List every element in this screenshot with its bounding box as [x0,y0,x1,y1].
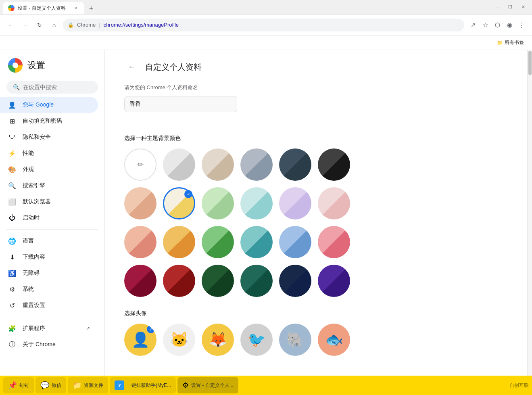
sidebar-label-startup: 启动时 [23,214,40,222]
bookmark-button[interactable]: ☆ [480,19,491,31]
color-option-19[interactable] [163,265,195,297]
close-button[interactable]: ✕ [517,3,529,11]
search-input[interactable] [23,84,92,90]
active-tab[interactable]: 设置 - 自定义个人资料 × [3,2,84,14]
sidebar-item-system[interactable]: ⚙系统 [0,281,98,297]
extension-button[interactable]: ⬡ [492,19,503,31]
sidebar-item-startup[interactable]: ⏻启动时 [0,210,98,226]
color-option-6[interactable] [124,187,156,219]
sidebar-item-performance[interactable]: ⚡性能 [0,145,98,161]
color-option-13[interactable] [163,226,195,258]
scrollbar-area [527,50,532,376]
color-option-18[interactable] [124,265,156,297]
color-option-9[interactable] [240,187,273,219]
color-option-23[interactable] [318,265,350,297]
sidebar-label-downloads: 下载内容 [23,253,45,261]
back-button[interactable]: ← [5,19,16,31]
taskbar-item-pin[interactable]: 📌钉钉 [3,377,34,393]
taskbar-item-wechat[interactable]: 💬微信 [35,377,66,393]
color-custom[interactable]: ✏ [124,148,156,181]
sidebar-icon-extensions: 🧩 [8,324,16,332]
new-tab-button[interactable]: + [86,3,97,14]
share-button[interactable]: ↗ [467,19,479,31]
avatar-option-5[interactable]: 🐟 [318,324,350,356]
taskbar-item-files[interactable]: 📁资源文件 [68,377,108,393]
sidebar-item-language[interactable]: 🌐语言 [0,233,98,249]
taskbar-label-files: 资源文件 [84,382,103,389]
color-option-4[interactable] [279,148,311,181]
avatar-option-0[interactable]: 👤 [124,324,156,356]
sidebar-item-downloads[interactable]: ⬇下载内容 [0,249,98,265]
scrollbar-thumb[interactable] [528,51,532,75]
color-option-21[interactable] [240,265,273,297]
sidebar-item-privacy[interactable]: 🛡隐私和安全 [0,129,98,145]
sidebar-label-privacy: 隐私和安全 [23,134,51,141]
sidebar-item-accessibility[interactable]: ♿无障碍 [0,265,98,281]
main-layout: 设置 🔍 👤您与 Google⊞自动填充和密码🛡隐私和安全⚡性能🎨外观🔍搜索引擎… [0,50,532,376]
sidebar-search-container: 🔍 [0,81,104,97]
sidebar-item-reset[interactable]: ↺重置设置 [0,297,98,313]
sidebar-icon-browser: ⬜ [8,198,16,206]
sidebar-label-autofill: 自动填充和密码 [23,117,62,125]
sidebar-icon-about: ⓘ [8,341,16,349]
reload-button[interactable]: ↻ [34,19,45,31]
color-grid: ✏ [124,148,368,297]
tab-favicon [8,5,15,11]
color-option-11[interactable] [318,187,350,219]
sidebar-item-autofill[interactable]: ⊞自动填充和密码 [0,113,98,129]
restore-button[interactable]: ❐ [505,3,516,11]
minimize-button[interactable]: — [492,3,503,11]
avatar-option-3[interactable]: 🐦 [240,324,273,356]
settings-search-box[interactable]: 🔍 [6,81,98,94]
color-option-15[interactable] [240,226,273,258]
profile-name-input[interactable] [124,96,237,112]
avatar-option-2[interactable]: 🦊 [202,324,234,356]
folder-label: 所有书签 [505,39,524,46]
taskbar-item-chrome[interactable]: ⚙设置 - 自定义个人... [177,377,238,393]
color-option-8[interactable] [202,187,234,219]
sidebar-icon-performance: ⚡ [8,149,16,157]
color-option-17[interactable] [318,226,350,258]
color-option-1[interactable] [163,148,195,181]
color-section: 选择一种主题背景颜色 ✏ [124,135,368,297]
color-option-16[interactable] [279,226,311,258]
tab-close-button[interactable]: × [73,5,79,11]
avatar-icon-5: 🐟 [325,331,343,348]
sidebar-item-appearance[interactable]: 🎨外观 [0,161,98,178]
home-button[interactable]: ⌂ [48,19,60,31]
profile-button[interactable]: ◉ [504,19,515,31]
avatar-icon-3: 🐦 [248,331,266,348]
color-option-2[interactable] [202,148,234,181]
titlebar: 设置 - 自定义个人资料 × + — ❐ ✕ [0,0,532,15]
sidebar-label-about: 关于 Chrome [23,341,56,348]
avatar-option-4[interactable]: 🐘 [279,324,311,356]
color-option-5[interactable] [318,148,350,181]
sidebar-label-search: 搜索引擎 [23,182,45,189]
sidebar-item-extensions[interactable]: 🧩扩展程序↗ [0,320,98,336]
avatar-icon-0: 👤 [131,331,150,348]
color-option-20[interactable] [202,265,234,297]
content-inner: ← 自定义个人资料 请为您的 Chrome 个人资料命名 选择一种主题背景颜色 … [105,50,387,366]
address-box[interactable]: 🔒 Chrome | chrome://settings/manageProfi… [63,19,464,31]
taskbar-label-wechat: 微信 [52,382,61,389]
toolbar-right: ↗ ☆ ⬡ ◉ ⋮ [467,19,527,31]
taskbar-item-myedu[interactable]: 7一键排版助手(MyE... [110,377,176,393]
color-option-14[interactable] [202,226,234,258]
bookmarks-folder[interactable]: 📁 所有书签 [494,38,527,48]
color-option-12[interactable] [124,226,156,258]
color-option-10[interactable] [279,187,311,219]
sidebar-item-google[interactable]: 👤您与 Google [0,97,98,113]
color-option-7[interactable] [163,187,195,219]
menu-button[interactable]: ⋮ [516,19,527,31]
taskbar-icon-files: 📁 [73,381,81,390]
color-option-22[interactable] [279,265,311,297]
forward-button[interactable]: → [19,19,31,31]
pencil-icon: ✏ [138,160,144,169]
avatar-option-1[interactable]: 🐱 [163,324,195,356]
taskbar-icon-wechat: 💬 [40,381,49,390]
sidebar-item-browser[interactable]: ⬜默认浏览器 [0,194,98,210]
color-option-3[interactable] [240,148,273,181]
sidebar-item-about[interactable]: ⓘ关于 Chrome [0,336,98,353]
back-button[interactable]: ← [124,60,139,74]
sidebar-item-search[interactable]: 🔍搜索引擎 [0,178,98,194]
